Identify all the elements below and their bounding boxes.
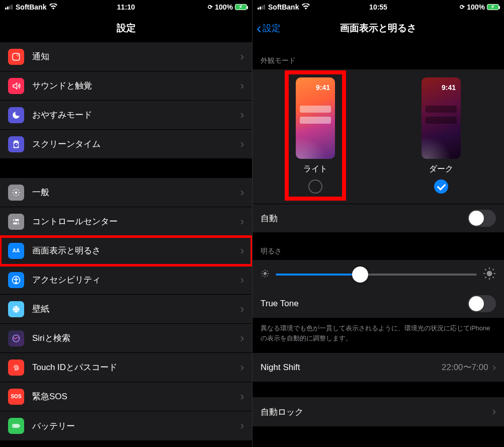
auto-toggle[interactable] — [468, 210, 496, 227]
chevron-right-icon: › — [240, 419, 244, 432]
carrier-label: SoftBank — [16, 3, 46, 11]
page-title: 画面表示と明るさ — [340, 22, 416, 35]
brightness-slider-row — [253, 260, 504, 289]
battery-icon: ⚡︎ — [487, 4, 499, 10]
auto-label: 自動 — [261, 213, 468, 224]
chevron-left-icon: ‹ — [257, 21, 262, 36]
row-screentime[interactable]: スクリーンタイム › — [0, 130, 252, 159]
chevron-right-icon: › — [240, 390, 244, 403]
nightshift-label: Night Shift — [261, 363, 442, 373]
appearance-option-light[interactable]: 9:41 ライト — [296, 77, 335, 194]
chevron-right-icon: › — [240, 50, 244, 63]
sun-small-icon — [261, 269, 270, 280]
row-accessibility[interactable]: アクセシビリティ › — [0, 265, 252, 295]
row-wallpaper[interactable]: 壁紙 › — [0, 295, 252, 324]
chevron-right-icon: › — [492, 405, 496, 418]
appearance-option-dark[interactable]: 9:41 ダーク — [422, 77, 461, 194]
page-title: 設定 — [117, 22, 136, 35]
notifications-icon — [8, 49, 24, 65]
wifi-icon — [49, 3, 57, 11]
row-truetone[interactable]: True Tone — [253, 289, 504, 318]
row-touchid[interactable]: Touch IDとパスコード › — [0, 353, 252, 382]
screentime-icon — [8, 136, 24, 152]
row-display-brightness[interactable]: AA 画面表示と明るさ › — [0, 236, 252, 265]
chevron-right-icon: › — [240, 361, 244, 374]
svg-rect-14 — [14, 425, 18, 427]
control-center-icon — [8, 214, 24, 230]
row-nightshift[interactable]: Night Shift 22:00〜7:00 › — [253, 353, 504, 382]
row-label: Touch IDとパスコード — [32, 362, 240, 373]
preview-time: 9:41 — [316, 83, 330, 92]
wifi-icon — [302, 3, 310, 11]
battery-percent: 100% — [215, 3, 233, 11]
sun-large-icon — [483, 267, 496, 282]
row-label: 通知 — [32, 51, 240, 62]
row-label: 緊急SOS — [32, 391, 240, 402]
dark-label: ダーク — [429, 164, 453, 174]
row-label: 壁紙 — [32, 303, 240, 315]
svg-point-1 — [17, 54, 20, 56]
truetone-label: True Tone — [261, 299, 468, 309]
signal-icon — [258, 5, 265, 10]
wallpaper-icon — [8, 301, 24, 317]
battery-icon: ⚡︎ — [235, 4, 247, 10]
slider-thumb[interactable] — [352, 266, 368, 283]
row-general[interactable]: 一般 › — [0, 178, 252, 207]
svg-point-2 — [15, 191, 18, 194]
truetone-toggle[interactable] — [468, 295, 496, 312]
section-header-brightness: 明るさ — [253, 233, 504, 260]
dark-radio[interactable] — [434, 180, 448, 194]
back-label: 設定 — [263, 22, 281, 34]
battery-row-icon — [8, 418, 24, 434]
chevron-right-icon: › — [240, 186, 244, 199]
chevron-right-icon: › — [240, 215, 244, 228]
clock: 11:10 — [86, 3, 166, 11]
general-icon — [8, 185, 24, 201]
accessibility-icon — [8, 272, 24, 288]
back-button[interactable]: ‹ 設定 — [257, 21, 281, 36]
section-header-appearance: 外観モード — [253, 42, 504, 69]
brightness-slider[interactable] — [276, 274, 477, 276]
appearance-block: 9:41 ライト 9:41 ダーク — [253, 69, 504, 204]
sos-icon: SOS — [8, 389, 24, 405]
row-label: サウンドと触覚 — [32, 80, 240, 92]
row-label: 一般 — [32, 187, 240, 198]
status-bar: SoftBank 11:10 ⟳ 100% ⚡︎ — [0, 0, 252, 14]
light-radio[interactable] — [308, 180, 322, 194]
row-battery[interactable]: バッテリー › — [0, 411, 252, 440]
row-label: スクリーンタイム — [32, 138, 240, 150]
row-sounds[interactable]: サウンドと触覚 › — [0, 71, 252, 101]
row-siri[interactable]: Siriと検索 › — [0, 324, 252, 353]
sounds-icon — [8, 78, 24, 94]
battery-percent: 100% — [467, 3, 485, 11]
row-label: バッテリー — [32, 420, 240, 432]
carrier-label: SoftBank — [268, 3, 299, 11]
chevron-right-icon: › — [240, 244, 244, 257]
svg-point-15 — [264, 272, 267, 275]
nav-header: 設定 — [0, 14, 252, 42]
rotation-lock-icon: ⟳ — [208, 4, 213, 11]
preview-time: 9:41 — [442, 83, 456, 92]
chevron-right-icon: › — [240, 303, 244, 316]
light-preview: 9:41 — [296, 77, 335, 159]
siri-icon — [8, 330, 24, 346]
row-autolock[interactable]: 自動ロック › — [253, 397, 504, 426]
display-brightness-screen: SoftBank 10:55 ⟳ 100% ⚡︎ ‹ 設定 画面表示と明るさ 外… — [252, 0, 504, 447]
dark-preview: 9:41 — [422, 77, 461, 159]
row-auto[interactable]: 自動 — [253, 204, 504, 233]
row-sos[interactable]: SOS 緊急SOS › — [0, 382, 252, 411]
signal-icon — [5, 5, 13, 10]
row-label: アクセシビリティ — [32, 274, 240, 286]
dnd-icon — [8, 107, 24, 123]
row-dnd[interactable]: おやすみモード › — [0, 101, 252, 130]
nav-header: ‹ 設定 画面表示と明るさ — [253, 14, 504, 42]
row-control-center[interactable]: コントロールセンター › — [0, 207, 252, 236]
svg-rect-13 — [19, 425, 20, 427]
row-notifications[interactable]: 通知 › — [0, 42, 252, 71]
truetone-description: 異なる環境でも色が一貫して表示されるように、環境光の状況に応じてiPhoneの表… — [253, 318, 504, 353]
display-icon: AA — [8, 243, 24, 259]
chevron-right-icon: › — [492, 361, 496, 374]
chevron-right-icon: › — [240, 138, 244, 151]
chevron-right-icon: › — [240, 274, 244, 287]
status-bar: SoftBank 10:55 ⟳ 100% ⚡︎ — [253, 0, 504, 14]
